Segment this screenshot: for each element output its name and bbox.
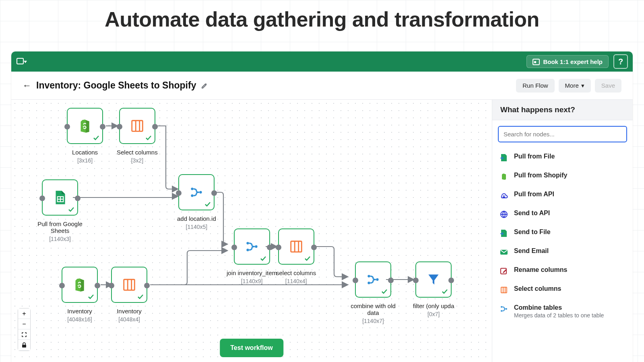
fit-view-button[interactable]: [18, 329, 30, 340]
node-item-title: Pull from Shopify: [514, 172, 567, 179]
svg-marker-1: [24, 61, 27, 63]
edge-gsheets-to-addlocation: [73, 196, 177, 197]
chevron-down-icon: ▾: [581, 82, 584, 89]
zoom-in-button[interactable]: +: [18, 309, 30, 319]
svg-rect-0: [17, 58, 23, 64]
run-flow-button[interactable]: Run Flow: [516, 79, 554, 93]
svg-point-32: [501, 306, 502, 308]
more-menu-button[interactable]: More ▾: [559, 79, 591, 93]
node-item-title: Send Email: [514, 247, 549, 255]
page-hero-title: Automate data gathering and transformati…: [0, 7, 644, 31]
file-in-icon: [500, 153, 508, 162]
node-palette-sidebar: What happens next? Pull from File Pull f…: [492, 100, 633, 362]
flow-title: Inventory: Google Sheets to Shopify: [36, 80, 196, 91]
svg-point-34: [506, 308, 507, 310]
svg-rect-3: [534, 61, 536, 63]
test-workflow-button[interactable]: Test workflow: [220, 339, 283, 357]
node-palette-item[interactable]: Send Email: [498, 243, 627, 261]
edge-addlocation-to-joininv: [216, 192, 227, 244]
topbar: Book 1:1 expert help ?: [11, 51, 633, 72]
question-icon: ?: [618, 57, 623, 66]
edge-inventory2-to-joininv: [150, 251, 227, 285]
node-palette-item[interactable]: Select columns: [498, 280, 627, 299]
node-palette-item[interactable]: Send to File: [498, 224, 627, 243]
back-button[interactable]: ←: [23, 80, 31, 91]
svg-point-33: [501, 310, 502, 312]
node-item-title: Pull from File: [514, 153, 555, 160]
node-item-title: Rename columns: [514, 266, 567, 274]
node-item-title: Send to File: [514, 228, 551, 236]
zoom-out-button[interactable]: −: [18, 319, 30, 329]
svg-rect-25: [22, 345, 26, 348]
svg-rect-29: [501, 287, 507, 293]
book-expert-help-button[interactable]: Book 1:1 expert help: [526, 55, 609, 68]
workspace: filter (only upda [0x7] combine with old…: [11, 100, 633, 362]
node-item-title: Select columns: [514, 285, 561, 292]
more-menu-label: More: [565, 82, 579, 89]
cols-icon: [500, 286, 508, 294]
rename-icon: [500, 267, 508, 276]
edit-title-button[interactable]: [201, 82, 208, 89]
save-button[interactable]: Save: [595, 79, 621, 93]
node-item-subtitle: Merges data of 2 tables to one table: [514, 312, 604, 319]
edge-selcols2-to-combine: [315, 247, 347, 277]
node-item-title: Send to API: [514, 210, 550, 217]
node-palette-item[interactable]: Pull from File: [498, 148, 627, 167]
canvas[interactable]: filter (only upda [0x7] combine with old…: [11, 100, 492, 362]
edge-selcols1-to-addlocation: [156, 126, 177, 189]
mail-icon: [500, 248, 508, 257]
book-expert-help-label: Book 1:1 expert help: [543, 58, 603, 65]
lock-canvas-button[interactable]: [18, 340, 30, 350]
calendar-icon: [533, 58, 540, 65]
search-nodes-input[interactable]: [498, 126, 627, 142]
combine-icon: [500, 304, 508, 313]
subheader: ← Inventory: Google Sheets to Shopify Ru…: [11, 72, 633, 100]
edge-layer: [11, 100, 492, 362]
help-button[interactable]: ?: [613, 54, 628, 69]
globe-icon: [500, 210, 508, 219]
node-item-title: Combine tables: [514, 304, 604, 311]
zoom-toolbar: + −: [18, 308, 31, 351]
shopify-icon: [500, 172, 508, 181]
node-item-title: Pull from API: [514, 191, 554, 198]
node-palette-item[interactable]: Combine tables Merges data of 2 tables t…: [498, 299, 627, 323]
file-out-icon: [500, 229, 508, 238]
app-frame: Book 1:1 expert help ? ← Inventory: Goog…: [11, 51, 633, 362]
cloud-down-icon: [500, 191, 508, 200]
node-palette-item[interactable]: Send to API: [498, 205, 627, 224]
app-logo-icon: [16, 56, 28, 68]
node-palette-item[interactable]: Pull from Shopify: [498, 167, 627, 186]
node-palette-item[interactable]: Rename columns: [498, 261, 627, 280]
node-list: Pull from File Pull from Shopify Pull fr…: [492, 146, 633, 326]
sidebar-heading: What happens next?: [492, 100, 633, 120]
node-palette-item[interactable]: Pull from API: [498, 186, 627, 205]
